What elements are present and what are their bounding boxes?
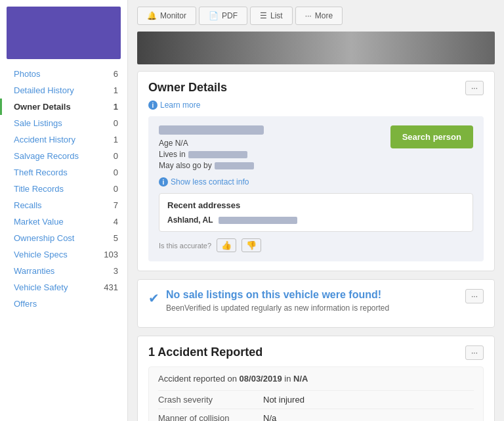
sidebar-item-count: 0 [105,151,118,161]
owner-details-header: Owner Details ··· [148,81,484,95]
monitor-icon: 🔔 [147,11,157,20]
owner-details-more-button[interactable]: ··· [465,81,484,95]
owner-lives-in-line: Lives in [159,150,390,159]
sidebar-item-count: 6 [105,69,118,79]
sidebar-item-label: Vehicle Safety [14,282,68,292]
accident-row-value: N/a [263,413,276,421]
tab-label: More [315,11,333,20]
accident-detail-row: Crash severityNot injured [158,390,474,409]
sidebar: Photos6Detailed History1Owner Details1Sa… [0,0,128,421]
search-person-button[interactable]: Search person [390,125,473,148]
sidebar-item-label: Ownership Cost [14,233,74,243]
main-content: 🔔Monitor📄PDF☰List···More Owner Details ·… [128,0,504,421]
sidebar-item-count: 1 [105,102,118,112]
thumbs-down-button[interactable]: 👎 [242,238,261,252]
sidebar-item-title-records[interactable]: Title Records0 [0,181,127,197]
no-sale-more-button[interactable]: ··· [465,289,484,303]
tab-monitor[interactable]: 🔔Monitor [137,7,196,25]
owner-also-known-line: May also go by [159,161,390,170]
sidebar-item-count: 1 [105,135,118,144]
tab-label: Monitor [160,11,186,20]
accident-header: 1 Accident Reported ··· [148,345,484,360]
owner-card-inner: Age N/A Lives in May also go by Search p… [148,116,484,261]
owner-top-row: Age N/A Lives in May also go by Search p… [159,125,473,172]
checkmark-icon: ✔ [148,290,159,306]
accident-details-rows: Crash severityNot injuredManner of colli… [158,390,474,421]
sidebar-item-label: Offers [14,299,37,309]
accuracy-row: Is this accurate? 👍 👎 [159,238,473,252]
top-tabs: 🔔Monitor📄PDF☰List···More [137,7,495,25]
info-icon-2: i [159,177,168,187]
no-sale-section-card: ✔ No sale listings on this vehicle were … [137,279,495,328]
sidebar-item-recalls[interactable]: Recalls7 [0,197,127,213]
accident-more-button[interactable]: ··· [465,345,484,360]
sidebar-item-label: Recalls [14,200,42,210]
show-less-contact-info-link[interactable]: i Show less contact info [159,177,473,187]
sidebar-item-count: 103 [104,250,118,259]
sidebar-item-count: 431 [104,282,118,292]
sidebar-item-label: Owner Details [14,102,71,112]
sidebar-item-count: 0 [105,118,118,128]
owner-alias-blur [215,162,254,169]
sidebar-item-count: 5 [105,233,118,243]
accident-row-value: Not injured [263,395,304,405]
address-row: Ashland, AL [167,215,465,225]
no-sale-subtitle: BeenVerified is updated regularly as new… [166,303,389,313]
owner-name-blur [159,125,264,135]
sidebar-item-vehicle-safety[interactable]: Vehicle Safety431 [0,279,127,296]
no-sale-header: ✔ No sale listings on this vehicle were … [148,289,484,313]
sidebar-item-label: Theft Records [14,167,68,177]
recent-addresses-box: Recent addresses Ashland, AL [159,193,473,232]
sidebar-item-label: Warranties [14,266,54,276]
info-icon: i [148,100,158,110]
accident-section-card: 1 Accident Reported ··· Accident reporte… [137,336,495,421]
tab-list[interactable]: ☰List [250,7,293,25]
accident-row-label: Crash severity [158,395,263,405]
sidebar-item-market-value[interactable]: Market Value4 [0,213,127,230]
owner-details-section: Owner Details ··· i Learn more Age N/A L… [137,71,495,271]
sidebar-item-salvage-records[interactable]: Salvage Records0 [0,148,127,164]
accident-header-line: Accident reported on 08/03/2019 in N/A [158,374,474,384]
sidebar-item-count: 3 [105,266,118,276]
sidebar-item-count: 1 [105,85,118,95]
sidebar-item-label: Photos [14,69,40,79]
address-blur [219,217,297,224]
sidebar-item-theft-records[interactable]: Theft Records0 [0,164,127,181]
sidebar-item-label: Market Value [14,217,64,227]
tab-pdf[interactable]: 📄PDF [199,7,247,25]
sidebar-item-count: 0 [105,167,118,177]
sidebar-item-label: Detailed History [14,85,74,95]
sidebar-item-label: Title Records [14,184,64,194]
sidebar-item-sale-listings[interactable]: Sale Listings0 [0,115,127,131]
no-sale-text-block: No sale listings on this vehicle were fo… [166,289,389,313]
more-icon: ··· [305,11,312,20]
owner-info: Age N/A Lives in May also go by [159,125,390,172]
sidebar-item-warranties[interactable]: Warranties3 [0,263,127,279]
thumbs-up-button[interactable]: 👍 [217,238,236,252]
sidebar-item-ownership-cost[interactable]: Ownership Cost5 [0,230,127,246]
recent-addresses-title: Recent addresses [167,200,465,210]
sidebar-item-label: Vehicle Specs [14,250,68,259]
sidebar-item-photos[interactable]: Photos6 [0,66,127,82]
sidebar-item-accident-history[interactable]: Accident History1 [0,131,127,148]
tab-label: List [270,11,283,20]
sidebar-item-label: Accident History [14,135,75,144]
no-sale-title: No sale listings on this vehicle were fo… [166,289,389,301]
sidebar-item-detailed-history[interactable]: Detailed History1 [0,82,127,99]
owner-details-title: Owner Details [148,81,227,95]
no-sale-content: ✔ No sale listings on this vehicle were … [148,289,389,313]
tab-label: PDF [222,11,238,20]
tab-more[interactable]: ···More [295,7,343,25]
vehicle-avatar [7,7,121,59]
accident-row-label: Manner of collision [158,413,263,421]
accident-detail-card: Accident reported on 08/03/2019 in N/A C… [148,366,484,421]
sidebar-item-count: 4 [105,217,118,227]
sidebar-item-owner-details[interactable]: Owner Details1 [0,99,127,115]
sidebar-item-vehicle-specs[interactable]: Vehicle Specs103 [0,246,127,263]
address-city: Ashland, AL [167,215,213,225]
sidebar-item-label: Sale Listings [14,118,62,128]
sidebar-item-offers[interactable]: Offers [0,296,127,312]
owner-city-blur [188,151,247,158]
owner-details-learn-more[interactable]: i Learn more [148,100,484,110]
accident-detail-row: Manner of collisionN/a [158,409,474,421]
